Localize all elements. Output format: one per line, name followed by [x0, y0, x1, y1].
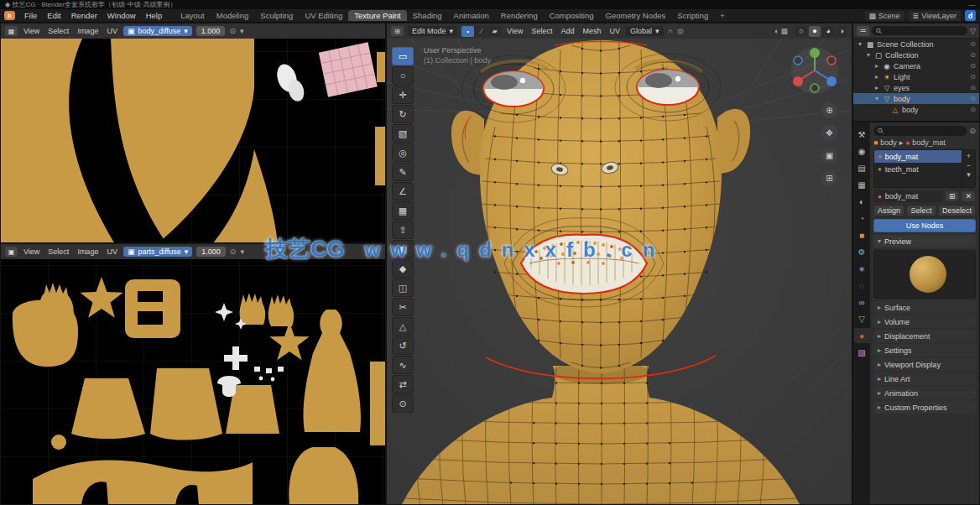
select-mode-face[interactable]: ▰ [488, 26, 501, 37]
material-datablock[interactable]: ● body_mat [873, 190, 943, 202]
paint-editor-menu[interactable]: Image [76, 247, 100, 256]
workspace-tab[interactable]: + [714, 10, 731, 21]
paint-editor-menu[interactable]: View [22, 247, 41, 256]
visibility-eye-icon[interactable]: ⊙ [970, 51, 979, 59]
slot-op-remove-slot[interactable]: − [967, 161, 971, 169]
mode-dropdown[interactable]: Edit Mode▾ [408, 26, 457, 36]
properties-tab-texture[interactable]: ▨ [854, 345, 870, 360]
tool-extrude[interactable]: ⇧ [392, 221, 414, 239]
workspace-tab[interactable]: UV Editing [299, 10, 348, 21]
topbar-menu[interactable]: Render [66, 10, 102, 21]
filter-icon[interactable]: ▽ [970, 27, 976, 35]
workspace-tab[interactable]: Rendering [495, 10, 544, 21]
paint-editor-menu[interactable]: Select [46, 247, 70, 256]
properties-tab-physics[interactable]: ◌ [854, 278, 870, 293]
expander-icon[interactable]: ▾ [857, 40, 863, 48]
properties-tab-render[interactable]: ◉ [854, 143, 870, 159]
slot-op-slot-specials[interactable]: ▾ [967, 170, 971, 179]
scene-selector[interactable]: ▩ Scene [865, 11, 904, 21]
paint-editor-menu[interactable]: UV [105, 247, 119, 256]
uv-editor-menu[interactable]: Select [46, 27, 70, 35]
tool-edge-slide[interactable]: ⇄ [392, 375, 414, 393]
viewport-menu[interactable]: Add [559, 27, 576, 35]
uv-editor-menu[interactable]: Image [76, 27, 100, 35]
outliner-row[interactable]: ▾ ▩ Scene Collection ⊙ [853, 39, 979, 49]
tool-annotate[interactable]: ✎ [392, 163, 414, 181]
image-datablock-selector[interactable]: ▣ body_diffuse ▾ [123, 26, 192, 36]
workspace-tab[interactable]: Shading [407, 10, 448, 21]
properties-tab-output[interactable]: ▤ [854, 160, 870, 175]
material-edit-button[interactable]: Deselect [938, 205, 976, 216]
uv-editor-menu[interactable]: UV [105, 27, 119, 35]
viewport-menu[interactable]: Mesh [581, 27, 602, 35]
nav-camera-view[interactable]: ▣ [821, 148, 837, 164]
editor-type-icon[interactable]: ▣ [5, 247, 18, 257]
shading-material[interactable]: ◕ [822, 26, 834, 37]
material-slot[interactable]: ● teeth_mat [874, 163, 962, 175]
expander-icon[interactable]: ▾ [873, 95, 880, 102]
display-options-icon[interactable]: ▾ [240, 247, 244, 256]
tool-poly-build[interactable]: △ [392, 317, 414, 336]
shading-wireframe[interactable]: ○ [795, 26, 807, 37]
properties-tab-tool[interactable]: ⚒ [854, 127, 870, 142]
workspace-tab[interactable]: Layout [175, 10, 211, 21]
tool-bevel[interactable]: ◆ [392, 259, 414, 278]
editor-type-icon[interactable]: ≔ [857, 26, 869, 36]
viewport-canvas[interactable]: ▭○✛↻▧◎✎∠▦⇧▣◆◫✂△↺∿⇄⊙ User Perspective (1)… [387, 39, 852, 504]
properties-search-input[interactable] [886, 128, 962, 135]
uv-editor-menu[interactable]: View [22, 27, 41, 35]
properties-panel-header[interactable]: ▸ Surface [873, 301, 976, 314]
outliner-row[interactable]: ▾ ▢ Collection ⊙ [853, 49, 979, 60]
shading-solid[interactable]: ● [809, 26, 821, 37]
outliner-row[interactable]: ▸ ☀ Light ⊙ [853, 71, 979, 82]
slot-op-add-slot[interactable]: + [967, 152, 971, 160]
image-datablock-selector[interactable]: ▣ parts_diffuse ▾ [123, 247, 192, 257]
unlink-material-button[interactable]: ✕ [961, 190, 976, 202]
navigation-gizmo[interactable] [788, 44, 842, 97]
expander-icon[interactable]: ▸ [873, 84, 880, 91]
tool-transform[interactable]: ◎ [392, 143, 414, 162]
tool-shrink-fatten[interactable]: ⊙ [392, 394, 414, 413]
proportional-edit-icon[interactable]: ◎ [677, 27, 684, 35]
properties-panel-header[interactable]: ▸ Animation [873, 387, 976, 399]
new-material-button[interactable]: ⊞ [945, 190, 960, 202]
breadcrumb-data[interactable]: body_mat [912, 138, 946, 147]
material-edit-button[interactable]: Assign [873, 205, 904, 216]
orientation-dropdown[interactable]: Global▾ [626, 26, 664, 36]
visibility-eye-icon[interactable]: ⊙ [970, 84, 979, 91]
display-options-icon[interactable]: ▾ [240, 27, 244, 35]
outliner-row[interactable]: ▾ ▽ body ⊙ [853, 93, 979, 104]
visibility-eye-icon[interactable]: ⊙ [970, 95, 979, 102]
properties-panel-header[interactable]: ▸ Line Art [873, 372, 976, 385]
tool-measure[interactable]: ∠ [392, 182, 414, 200]
toggle-xray[interactable]: ▦ [780, 27, 788, 35]
expander-icon[interactable]: ▸ [873, 62, 880, 70]
toggle-overlays[interactable]: ◐ [774, 27, 779, 35]
properties-panel-header[interactable]: ▸ Settings [873, 344, 976, 357]
properties-tab-material[interactable]: ● [854, 328, 870, 343]
viewport-menu[interactable]: UV [607, 27, 622, 35]
preview-panel-header[interactable]: ▾ Preview [873, 235, 976, 247]
topbar-menu[interactable]: Help [141, 10, 168, 21]
visibility-eye-icon[interactable]: ⊙ [970, 40, 979, 48]
shading-rendered[interactable]: ◑ [836, 26, 847, 37]
workspace-tab[interactable]: Animation [448, 10, 495, 21]
editor-type-icon[interactable]: ⊞ [391, 26, 404, 36]
paint-canvas[interactable] [1, 259, 385, 504]
tool-inset-faces[interactable]: ▣ [392, 240, 414, 258]
tool-loop-cut[interactable]: ◫ [392, 279, 414, 297]
expander-icon[interactable]: ▸ [873, 73, 880, 81]
editor-type-icon[interactable]: ▦ [5, 26, 18, 36]
minimize-button[interactable]: — [968, 1, 975, 8]
properties-tab-world[interactable]: ◔ [854, 211, 870, 226]
outliner-search-input[interactable] [884, 27, 963, 34]
uv-canvas[interactable] [1, 39, 385, 242]
workspace-tab[interactable]: Modeling [211, 10, 255, 21]
tool-knife[interactable]: ✂ [392, 298, 414, 316]
properties-tab-modifiers[interactable]: ⚙ [854, 244, 870, 259]
nav-ortho-toggle[interactable]: ⊞ [821, 170, 837, 186]
workspace-tab[interactable]: Geometry Nodes [600, 10, 672, 21]
viewport-menu[interactable]: Select [529, 27, 554, 35]
tool-cursor[interactable]: ○ [392, 66, 414, 85]
properties-panel-header[interactable]: ▸ Volume [873, 315, 976, 328]
